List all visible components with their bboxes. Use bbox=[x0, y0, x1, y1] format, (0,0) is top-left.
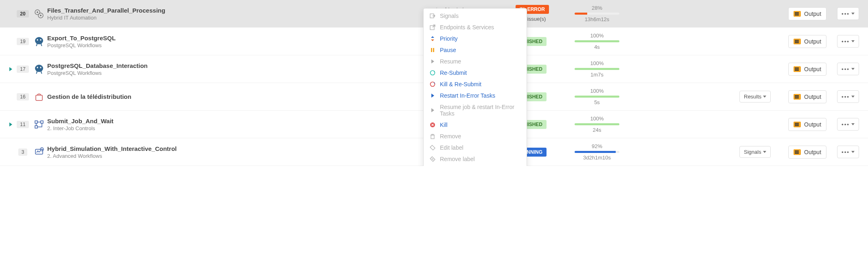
menu-label: Signals bbox=[440, 13, 459, 19]
expand-cell[interactable] bbox=[7, 67, 15, 71]
progress-fill bbox=[575, 123, 619, 125]
job-id-badge: 20 bbox=[17, 10, 28, 17]
output-cell: Output bbox=[788, 146, 837, 159]
context-menu: Signals Endpoints & Services Priority Pa… bbox=[423, 8, 527, 166]
menu-resume: Resume bbox=[424, 56, 527, 67]
menu-priority[interactable]: Priority bbox=[424, 33, 527, 44]
menu-endpoints: Endpoints & Services bbox=[424, 22, 527, 33]
expand-caret-icon[interactable] bbox=[9, 67, 12, 71]
job-category: PostgreSQL Workflows bbox=[47, 70, 434, 76]
menu-kill-resubmit[interactable]: Kill & Re-Submit bbox=[424, 79, 527, 90]
menu-signals: Signals bbox=[424, 10, 527, 22]
resubmit-icon bbox=[429, 70, 436, 76]
tag-remove-icon bbox=[429, 156, 436, 162]
more-button[interactable]: ••• bbox=[837, 7, 859, 20]
output-label: Output bbox=[804, 94, 821, 100]
more-button[interactable]: ••• bbox=[837, 118, 859, 131]
output-button[interactable]: Output bbox=[788, 7, 826, 20]
progress-percent: 28% bbox=[560, 5, 634, 11]
workflow-icon bbox=[31, 36, 47, 47]
menu-label: Remove label bbox=[440, 156, 475, 162]
menu-resume-restart: Resume job & restart In-Error Tasks bbox=[424, 101, 527, 119]
job-id-cell: 17 bbox=[15, 65, 31, 73]
output-cell: Output bbox=[788, 7, 837, 20]
menu-pause[interactable]: Pause bbox=[424, 44, 527, 56]
more-button[interactable]: ••• bbox=[837, 63, 859, 75]
menu-restart-error[interactable]: Restart In-Error Tasks bbox=[424, 90, 527, 101]
more-button[interactable]: ••• bbox=[837, 146, 859, 158]
job-table-wrapper: 20Files_Transfer_And_Parallel_Processing… bbox=[0, 0, 868, 166]
job-name: Files_Transfer_And_Parallel_Processing bbox=[47, 7, 434, 14]
menu-label: Resume job & restart In-Error Tasks bbox=[440, 104, 521, 117]
svg-point-28 bbox=[42, 148, 43, 150]
more-button[interactable]: ••• bbox=[837, 90, 859, 103]
job-id-badge: 19 bbox=[17, 38, 28, 45]
progress-bar bbox=[575, 96, 619, 98]
job-name-cell: Export_To_PostgreSQLPostgreSQL Workflows bbox=[47, 35, 434, 48]
job-name-cell: Gestion de la télédistribution bbox=[47, 93, 434, 100]
dots-icon: ••• bbox=[842, 121, 850, 127]
menu-resubmit[interactable]: Re-Submit bbox=[424, 67, 527, 79]
output-button[interactable]: Output bbox=[788, 35, 826, 48]
output-button[interactable]: Output bbox=[788, 146, 826, 159]
job-name-cell: Hybrid_Simulation_With_Interactive_Contr… bbox=[47, 145, 434, 159]
menu-remove: Remove bbox=[424, 131, 527, 142]
output-icon bbox=[794, 11, 801, 17]
progress-percent: 100% bbox=[560, 88, 634, 94]
expand-caret-icon[interactable] bbox=[9, 122, 12, 126]
menu-label: Endpoints & Services bbox=[440, 24, 494, 31]
signals-button[interactable]: Signals bbox=[739, 146, 771, 158]
tag-edit-icon bbox=[429, 144, 436, 151]
menu-label: Remove bbox=[440, 133, 461, 140]
more-cell: ••• bbox=[837, 7, 861, 20]
progress-duration: 4s bbox=[560, 44, 634, 50]
dots-icon: ••• bbox=[842, 149, 850, 155]
results-button[interactable]: Results bbox=[739, 91, 771, 103]
progress-duration: 24s bbox=[560, 127, 634, 133]
menu-label: Resume bbox=[440, 58, 461, 65]
more-button[interactable]: ••• bbox=[837, 35, 859, 48]
dots-icon: ••• bbox=[842, 94, 850, 100]
extra-label: Results bbox=[744, 94, 761, 100]
menu-label: Kill & Re-Submit bbox=[440, 81, 481, 87]
progress-fill bbox=[575, 96, 619, 98]
output-button[interactable]: Output bbox=[788, 63, 826, 76]
expand-cell[interactable] bbox=[7, 122, 15, 126]
menu-edit-label: Edit label bbox=[424, 142, 527, 153]
progress-fill bbox=[575, 151, 616, 153]
job-name-cell: PostgreSQL_Database_InteractionPostgreSQ… bbox=[47, 62, 434, 76]
progress-percent: 100% bbox=[560, 33, 634, 39]
menu-label: Pause bbox=[440, 47, 456, 53]
svg-rect-38 bbox=[431, 135, 434, 139]
svg-point-36 bbox=[431, 82, 435, 87]
progress-bar bbox=[575, 151, 619, 153]
menu-label: Edit label bbox=[440, 144, 464, 151]
progress-cell: 28%13h6m12s bbox=[560, 5, 634, 22]
menu-open-window[interactable]: Open Job in New Window bbox=[424, 165, 527, 166]
job-category: PostgreSQL Workflows bbox=[47, 42, 434, 48]
more-cell: ••• bbox=[837, 63, 861, 75]
output-cell: Output bbox=[788, 118, 837, 131]
job-id-badge: 16 bbox=[17, 93, 28, 100]
output-cell: Output bbox=[788, 90, 837, 103]
job-name: Submit_Job_And_Wait bbox=[47, 118, 434, 124]
svg-point-15 bbox=[40, 67, 42, 68]
output-icon bbox=[794, 149, 801, 155]
menu-kill[interactable]: Kill bbox=[424, 119, 527, 131]
svg-point-10 bbox=[40, 39, 42, 41]
job-category: 2. Advanced Workflows bbox=[47, 153, 434, 159]
more-cell: ••• bbox=[837, 90, 861, 103]
job-name-cell: Files_Transfer_And_Parallel_ProcessingHy… bbox=[47, 7, 434, 21]
dots-icon: ••• bbox=[842, 11, 850, 17]
output-button[interactable]: Output bbox=[788, 118, 826, 131]
output-icon bbox=[794, 122, 801, 127]
caret-down-icon bbox=[851, 123, 855, 125]
workflow-icon bbox=[31, 64, 47, 74]
job-name: Hybrid_Simulation_With_Interactive_Contr… bbox=[47, 145, 434, 152]
pause-icon bbox=[429, 47, 436, 53]
output-button[interactable]: Output bbox=[788, 90, 826, 103]
svg-rect-34 bbox=[433, 48, 434, 52]
progress-bar bbox=[575, 123, 619, 125]
signal-out-icon bbox=[429, 13, 436, 19]
svg-rect-22 bbox=[41, 121, 43, 123]
